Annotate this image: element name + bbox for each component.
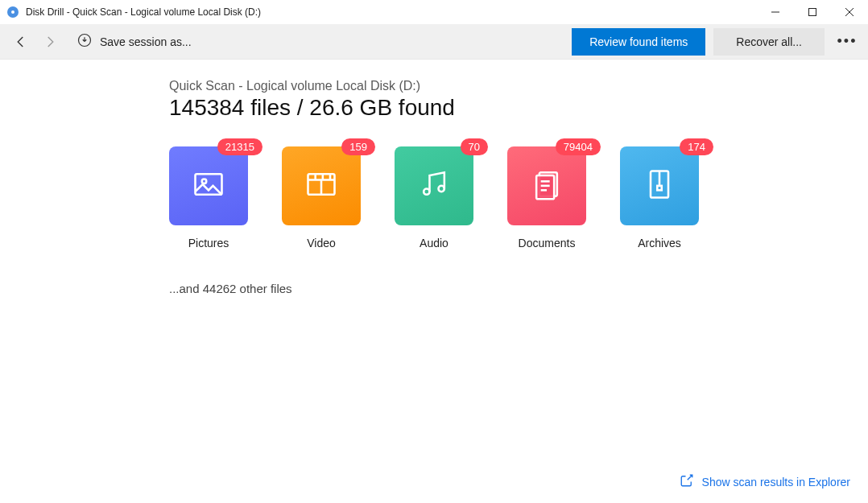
- svg-rect-3: [809, 9, 816, 16]
- pictures-count-badge: 21315: [217, 138, 262, 155]
- forward-button[interactable]: [35, 27, 64, 56]
- category-video[interactable]: 159 Video: [282, 146, 361, 249]
- pictures-label: Pictures: [188, 237, 229, 249]
- pictures-icon: [191, 167, 226, 205]
- minimize-button[interactable]: [757, 0, 794, 24]
- save-session-button[interactable]: Save session as...: [68, 27, 201, 56]
- pictures-tile: 21315: [169, 146, 248, 225]
- external-link-icon: [680, 473, 694, 490]
- archives-label: Archives: [638, 237, 681, 249]
- documents-label: Documents: [519, 237, 576, 249]
- scan-subtitle: Quick Scan - Logical volume Local Disk (…: [169, 79, 868, 93]
- save-session-label: Save session as...: [100, 35, 192, 48]
- show-in-explorer-link[interactable]: Show scan results in Explorer: [680, 473, 850, 490]
- audio-label: Audio: [420, 237, 448, 249]
- documents-count-badge: 79404: [556, 138, 601, 155]
- category-list: 21315 Pictures 159 Video 70 Audio: [169, 146, 868, 249]
- svg-rect-18: [536, 175, 554, 199]
- svg-point-15: [424, 189, 429, 195]
- video-count-badge: 159: [341, 138, 375, 155]
- svg-point-1: [11, 10, 14, 14]
- category-pictures[interactable]: 21315 Pictures: [169, 146, 248, 249]
- video-label: Video: [307, 237, 336, 249]
- documents-tile: 79404: [507, 146, 586, 225]
- svg-rect-24: [657, 186, 662, 191]
- category-audio[interactable]: 70 Audio: [395, 146, 473, 249]
- close-button[interactable]: [831, 0, 868, 24]
- main-content: Quick Scan - Logical volume Local Disk (…: [0, 60, 868, 295]
- download-icon: [77, 33, 92, 51]
- review-found-items-button[interactable]: Review found items: [572, 28, 705, 56]
- back-button[interactable]: [6, 27, 35, 56]
- recover-all-button[interactable]: Recover all...: [713, 28, 825, 56]
- category-documents[interactable]: 79404 Documents: [507, 146, 586, 249]
- archives-count-badge: 174: [680, 138, 713, 155]
- maximize-button[interactable]: [794, 0, 831, 24]
- toolbar: Save session as... Review found items Re…: [0, 24, 868, 60]
- window-controls: [757, 0, 868, 24]
- svg-point-8: [202, 179, 207, 184]
- more-menu-button[interactable]: •••: [833, 27, 862, 56]
- video-icon: [304, 167, 339, 205]
- documents-icon: [529, 167, 564, 205]
- app-icon: [6, 6, 19, 19]
- archives-icon: [642, 167, 677, 205]
- audio-tile: 70: [395, 146, 473, 225]
- show-in-explorer-label: Show scan results in Explorer: [702, 476, 850, 489]
- scan-headline: 145384 files / 26.6 GB found: [169, 95, 868, 121]
- svg-point-16: [439, 186, 444, 192]
- window-titlebar: Disk Drill - Quick Scan - Logical volume…: [0, 0, 868, 24]
- audio-count-badge: 70: [461, 138, 488, 155]
- video-tile: 159: [282, 146, 361, 225]
- window-title: Disk Drill - Quick Scan - Logical volume…: [26, 6, 261, 18]
- other-files-text: ...and 44262 other files: [169, 282, 868, 295]
- audio-icon: [416, 167, 452, 205]
- archives-tile: 174: [620, 146, 699, 225]
- category-archives[interactable]: 174 Archives: [620, 146, 699, 249]
